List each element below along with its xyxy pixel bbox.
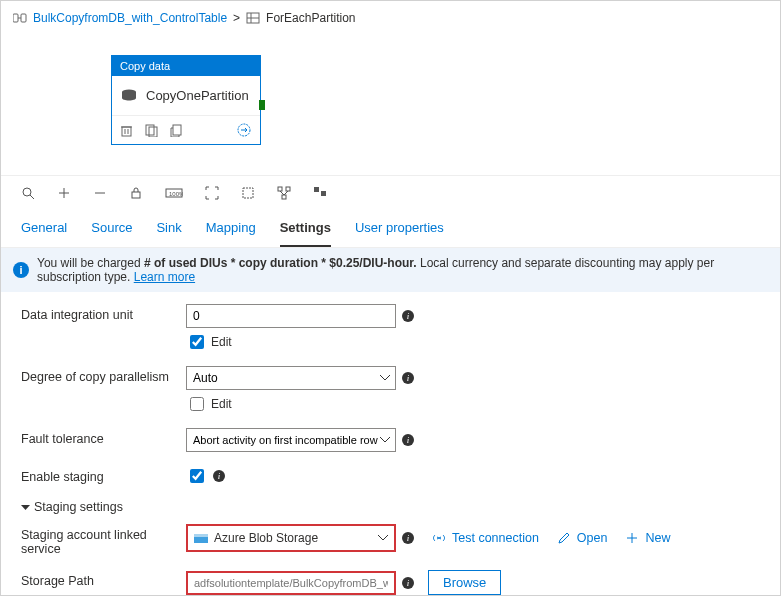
learn-more-link[interactable]: Learn more bbox=[134, 270, 195, 284]
blob-storage-icon bbox=[194, 532, 208, 544]
svg-rect-0 bbox=[13, 14, 18, 22]
open-label: Open bbox=[577, 531, 608, 545]
zoom-out-icon[interactable] bbox=[93, 186, 107, 200]
info-icon[interactable]: i bbox=[402, 532, 414, 544]
add-output-icon[interactable] bbox=[236, 122, 252, 138]
svg-rect-30 bbox=[321, 191, 326, 196]
svg-rect-13 bbox=[173, 125, 181, 135]
fault-select[interactable] bbox=[186, 428, 396, 452]
tab-sink[interactable]: Sink bbox=[156, 210, 181, 247]
test-connection-button[interactable]: Test connection bbox=[432, 531, 539, 545]
pipeline-icon bbox=[13, 12, 27, 24]
svg-line-27 bbox=[280, 191, 284, 195]
delete-icon[interactable] bbox=[120, 124, 133, 137]
staging-settings-label: Staging settings bbox=[34, 500, 123, 514]
plus-icon bbox=[625, 531, 639, 545]
zoom-in-icon[interactable] bbox=[57, 186, 71, 200]
activity-type-label: Copy data bbox=[112, 56, 260, 76]
info-icon[interactable]: i bbox=[213, 470, 225, 482]
svg-rect-29 bbox=[314, 187, 319, 192]
settings-form: Data integration unit i Edit Degree of c… bbox=[1, 292, 780, 596]
lock-icon[interactable] bbox=[129, 186, 143, 200]
info-icon[interactable]: i bbox=[402, 372, 414, 384]
new-button[interactable]: New bbox=[625, 531, 670, 545]
svg-rect-1 bbox=[21, 14, 26, 22]
info-icon[interactable]: i bbox=[402, 434, 414, 446]
browse-button[interactable]: Browse bbox=[428, 570, 501, 595]
tab-settings[interactable]: Settings bbox=[280, 210, 331, 247]
foreach-icon bbox=[246, 12, 260, 24]
info-icon[interactable]: i bbox=[402, 310, 414, 322]
svg-point-15 bbox=[23, 188, 31, 196]
svg-rect-25 bbox=[286, 187, 290, 191]
parallelism-edit-checkbox[interactable] bbox=[190, 397, 204, 411]
success-connector[interactable] bbox=[259, 100, 265, 110]
tab-user-properties[interactable]: User properties bbox=[355, 210, 444, 247]
pricing-info-bar: i You will be charged # of used DIUs * c… bbox=[1, 248, 780, 292]
breadcrumb-separator: > bbox=[233, 11, 240, 25]
info-bold: # of used DIUs * copy duration * $0.25/D… bbox=[144, 256, 417, 270]
breadcrumb-root-link[interactable]: BulkCopyfromDB_with_ControlTable bbox=[33, 11, 227, 25]
enable-staging-checkbox[interactable] bbox=[190, 469, 204, 483]
svg-rect-32 bbox=[194, 534, 208, 537]
tab-source[interactable]: Source bbox=[91, 210, 132, 247]
svg-rect-20 bbox=[132, 192, 140, 198]
edit-label: Edit bbox=[211, 397, 232, 411]
copy-icon[interactable] bbox=[170, 124, 183, 137]
staging-settings-toggle[interactable]: Staging settings bbox=[21, 500, 760, 514]
pipeline-canvas[interactable]: Copy data CopyOnePartition bbox=[1, 35, 780, 175]
search-icon[interactable] bbox=[21, 186, 35, 200]
diu-input[interactable] bbox=[186, 304, 396, 328]
tab-mapping[interactable]: Mapping bbox=[206, 210, 256, 247]
edit-label: Edit bbox=[211, 335, 232, 349]
edit-icon bbox=[557, 531, 571, 545]
canvas-toolbar: 100% bbox=[1, 175, 780, 210]
info-icon: i bbox=[13, 262, 29, 278]
parallelism-label: Degree of copy parallelism bbox=[21, 366, 186, 384]
connection-icon bbox=[432, 531, 446, 545]
breadcrumb-current: ForEachPartition bbox=[266, 11, 355, 25]
breadcrumb: BulkCopyfromDB_with_ControlTable > ForEa… bbox=[1, 1, 780, 35]
parallelism-select[interactable] bbox=[186, 366, 396, 390]
caret-down-icon bbox=[21, 503, 30, 512]
linked-service-label: Staging account linked service bbox=[21, 524, 186, 556]
info-icon[interactable]: i bbox=[402, 577, 414, 589]
layout-icon[interactable] bbox=[277, 186, 291, 200]
fit-icon[interactable] bbox=[205, 186, 219, 200]
fault-label: Fault tolerance bbox=[21, 428, 186, 446]
diu-edit-checkbox[interactable] bbox=[190, 335, 204, 349]
staging-label: Enable staging bbox=[21, 466, 186, 484]
align-icon[interactable] bbox=[313, 186, 327, 200]
diu-label: Data integration unit bbox=[21, 304, 186, 322]
clone-icon[interactable] bbox=[145, 124, 158, 137]
storage-path-label: Storage Path bbox=[21, 570, 186, 588]
database-icon bbox=[120, 89, 138, 103]
svg-rect-26 bbox=[282, 195, 286, 199]
test-connection-label: Test connection bbox=[452, 531, 539, 545]
activity-name: CopyOnePartition bbox=[146, 88, 249, 103]
svg-text:100%: 100% bbox=[169, 191, 183, 197]
tab-general[interactable]: General bbox=[21, 210, 67, 247]
linked-service-value[interactable]: Azure Blob Storage bbox=[214, 531, 318, 545]
info-prefix: You will be charged bbox=[37, 256, 144, 270]
fullscreen-icon[interactable] bbox=[241, 186, 255, 200]
settings-tabs: General Source Sink Mapping Settings Use… bbox=[1, 210, 780, 248]
svg-rect-7 bbox=[122, 127, 131, 136]
zoom-100-icon[interactable]: 100% bbox=[165, 186, 183, 200]
svg-line-28 bbox=[284, 191, 288, 195]
storage-path-input[interactable] bbox=[186, 571, 396, 595]
pricing-text: You will be charged # of used DIUs * cop… bbox=[37, 256, 768, 284]
svg-rect-23 bbox=[243, 188, 253, 198]
new-label: New bbox=[645, 531, 670, 545]
open-button[interactable]: Open bbox=[557, 531, 608, 545]
copy-activity-card[interactable]: Copy data CopyOnePartition bbox=[111, 55, 261, 145]
svg-rect-24 bbox=[278, 187, 282, 191]
svg-line-16 bbox=[30, 195, 34, 199]
